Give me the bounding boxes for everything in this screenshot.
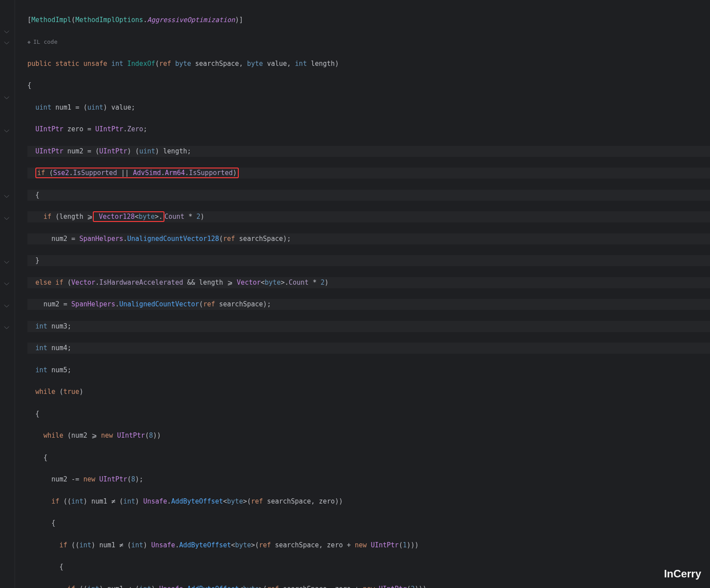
code-line: while (num2 ⩾ new UIntPtr(8)) <box>27 430 710 441</box>
code-line: { <box>27 409 710 420</box>
code-line: uint num1 = (uint) value; <box>27 102 710 113</box>
code-line: { <box>27 561 710 573</box>
code-line: if (Sse2.IsSupported || AdvSimd.Arm64.Is… <box>27 168 710 179</box>
fold-marker-icon[interactable] <box>4 302 11 309</box>
code-line: UIntPtr zero = UIntPtr.Zero; <box>27 124 710 135</box>
code-line: { <box>27 518 710 529</box>
code-line: num2 = SpanHelpers.UnalignedCountVector1… <box>27 233 710 244</box>
code-line: public static unsafe int IndexOf(ref byt… <box>27 58 710 69</box>
code-area[interactable]: [MethodImpl(MethodImplOptions.Aggressive… <box>15 0 710 588</box>
code-line: else if (Vector.IsHardwareAccelerated &&… <box>27 277 710 288</box>
code-line: { <box>27 452 710 463</box>
watermark: InCerry <box>664 565 701 583</box>
diamond-icon: ❖ <box>27 38 31 47</box>
highlight-box-2: Vector128<byte>. <box>93 211 164 222</box>
code-line: UIntPtr num2 = (UIntPtr) (uint) length; <box>27 146 710 157</box>
code-line: int num4; <box>27 343 710 354</box>
fold-marker-icon[interactable] <box>4 28 11 35</box>
attribute-name: MethodImpl <box>31 16 71 24</box>
code-line: num2 = SpanHelpers.UnalignedCountVector(… <box>27 299 710 310</box>
code-line: int num5; <box>27 365 710 376</box>
code-line: [MethodImpl(MethodImplOptions.Aggressive… <box>27 15 710 26</box>
fold-marker-icon[interactable] <box>4 39 11 46</box>
fold-marker-icon[interactable] <box>4 214 11 221</box>
code-line: while (true) <box>27 386 710 397</box>
code-line: int num3; <box>27 321 710 332</box>
fold-marker-icon[interactable] <box>4 94 11 101</box>
code-line: { <box>27 80 710 91</box>
enum-value: AggressiveOptimization <box>147 16 235 24</box>
code-editor: [MethodImpl(MethodImplOptions.Aggressive… <box>0 0 710 588</box>
fold-marker-icon[interactable] <box>4 280 11 287</box>
fold-marker-icon[interactable] <box>4 192 11 199</box>
code-line: { <box>27 190 710 201</box>
fold-marker-icon[interactable] <box>4 258 11 265</box>
code-line: num2 -= new UIntPtr(8); <box>27 474 710 485</box>
bracket: [ <box>27 16 31 24</box>
gutter <box>0 0 15 588</box>
highlight-box-1: if (Sse2.IsSupported || AdvSimd.Arm64.Is… <box>35 168 239 178</box>
enum-type: MethodImplOptions <box>75 16 143 24</box>
il-code-hint[interactable]: ❖IL code <box>27 36 710 47</box>
code-line: if (length ⩾ Vector128<byte>.Count * 2) <box>27 211 710 222</box>
fold-marker-icon[interactable] <box>4 127 11 134</box>
code-line: if ((int) num1 ≠ (int) Unsafe.AddByteOff… <box>27 540 710 551</box>
method-name: IndexOf <box>127 60 155 68</box>
il-code-label: IL code <box>33 38 57 45</box>
code-line: } <box>27 255 710 266</box>
code-line: if ((int) num1 ≠ (int) Unsafe.AddByteOff… <box>27 496 710 507</box>
code-line: if ((int) num1 ≠ (int) Unsafe.AddByteOff… <box>27 584 710 588</box>
fold-marker-icon[interactable] <box>4 324 11 331</box>
